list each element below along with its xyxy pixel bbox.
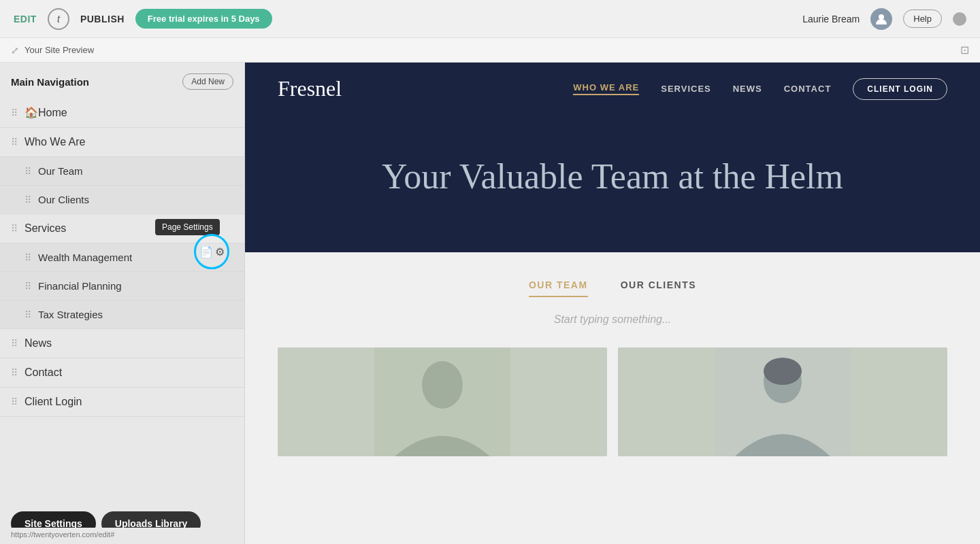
website-nav-services[interactable]: SERVICES	[661, 84, 711, 94]
user-name: Laurie Bream	[802, 14, 860, 24]
sidebar-item-our-clients[interactable]: ⠿ Our Clients	[0, 186, 244, 214]
sidebar-item-financial-planning[interactable]: ⠿ Financial Planning	[0, 272, 244, 301]
gear-icon: ⚙	[215, 245, 225, 258]
sidebar-item-contact[interactable]: ⠿ Contact	[0, 358, 244, 388]
sidebar-header: Main Navigation Add New	[0, 73, 244, 98]
page-settings-circle[interactable]: 📄 ⚙	[194, 234, 229, 269]
top-bar: EDIT t PUBLISH Free trial expires in 5 D…	[0, 0, 980, 38]
nav-item-who-we-are-label: Who We Are	[24, 136, 86, 148]
website-nav-contact[interactable]: CONTACT	[784, 84, 832, 94]
sidebar-item-news[interactable]: ⠿ News	[0, 329, 244, 358]
client-login-button[interactable]: CLIENT LOGIN	[853, 78, 947, 100]
expand-icon[interactable]: ⊡	[960, 44, 969, 56]
top-bar-right: Laurie Bream Help	[802, 8, 966, 30]
hero-section: Your Valuable Team at the Helm	[245, 115, 980, 252]
add-new-button[interactable]: Add New	[182, 73, 233, 90]
sidebar-item-home[interactable]: ⠿ 🏠 Home	[0, 98, 244, 128]
sidebar-item-client-login[interactable]: ⠿ Client Login	[0, 388, 244, 417]
drag-handle-icon: ⠿	[11, 338, 18, 349]
svg-point-5	[764, 358, 802, 385]
nav-item-financial-label: Financial Planning	[38, 280, 122, 292]
content-placeholder: Start typing something...	[278, 313, 947, 326]
photo-grid	[278, 347, 947, 456]
nav-item-services-label: Services	[24, 222, 66, 235]
drag-handle-icon: ⠿	[24, 309, 31, 320]
drag-handle-icon: ⠿	[24, 194, 31, 205]
sidebar-item-our-team[interactable]: ⠿ Our Team	[0, 157, 244, 186]
nav-item-tax-label: Tax Strategies	[38, 309, 103, 320]
main-layout: Main Navigation Add New ⠿ 🏠 Home ⠿ Who W…	[0, 63, 980, 544]
preview-label: Your Site Preview	[24, 45, 94, 55]
drag-handle-icon: ⠿	[24, 166, 31, 177]
sidebar-item-who-we-are[interactable]: ⠿ Who We Are	[0, 128, 244, 157]
page-icon: 📄	[199, 245, 213, 258]
hero-title: Your Valuable Team at the Helm	[278, 156, 947, 198]
drag-handle-icon: ⠿	[24, 252, 31, 263]
trial-badge[interactable]: Free trial expires in 5 Days	[135, 9, 272, 29]
publish-button[interactable]: PUBLISH	[80, 14, 125, 24]
website-logo: Fresnel	[278, 76, 342, 101]
drag-handle-icon: ⠿	[11, 137, 18, 148]
dot-icon[interactable]	[953, 12, 966, 26]
content-tabs: OUR TEAM OUR CLIENTS	[278, 279, 947, 297]
website-nav: WHO WE ARE SERVICES NEWS CONTACT CLIENT …	[573, 78, 947, 100]
top-bar-left: EDIT t PUBLISH Free trial expires in 5 D…	[14, 8, 272, 30]
nav-item-contact-label: Contact	[24, 367, 62, 379]
nav-item-label: 🏠	[24, 106, 38, 119]
photo-card-2	[618, 347, 947, 456]
svg-point-0	[879, 14, 884, 20]
nav-item-our-team-label: Our Team	[38, 165, 83, 177]
nav-item-home-label: Home	[38, 107, 67, 119]
drag-handle-icon: ⠿	[11, 223, 18, 234]
website-nav-who-we-are[interactable]: WHO WE ARE	[573, 82, 639, 95]
content-section: OUR TEAM OUR CLIENTS Start typing someth…	[245, 252, 980, 483]
settings-icons: 📄 ⚙	[199, 245, 225, 258]
drag-handle-icon: ⠿	[11, 107, 18, 118]
drag-handle-icon: ⠿	[24, 281, 31, 292]
user-avatar[interactable]	[870, 8, 892, 30]
logo-circle[interactable]: t	[48, 8, 69, 30]
nav-item-our-clients-label: Our Clients	[38, 194, 89, 205]
nav-item-wealth-label: Wealth Management	[38, 252, 132, 263]
tab-our-team[interactable]: OUR TEAM	[529, 279, 588, 297]
preview-bar: ⤢ Your Site Preview ⊡	[0, 38, 980, 63]
sidebar-item-tax-strategies[interactable]: ⠿ Tax Strategies	[0, 301, 244, 329]
edit-button[interactable]: EDIT	[14, 14, 37, 24]
help-button[interactable]: Help	[903, 10, 942, 28]
drag-handle-icon: ⠿	[11, 367, 18, 378]
sidebar-title: Main Navigation	[11, 76, 89, 88]
website-header: Fresnel WHO WE ARE SERVICES NEWS CONTACT…	[245, 63, 980, 115]
website-nav-news[interactable]: NEWS	[733, 84, 762, 94]
nav-item-news-label: News	[24, 337, 52, 350]
nav-item-client-login-label: Client Login	[24, 396, 82, 408]
url-bar: https://twentyoverten.com/edit#	[0, 528, 245, 544]
page-settings-tooltip: Page Settings	[155, 219, 220, 235]
tab-our-clients[interactable]: OUR CLIENTS	[621, 279, 696, 297]
photo-card-1	[278, 347, 607, 456]
svg-point-2	[422, 361, 463, 409]
site-preview: Fresnel WHO WE ARE SERVICES NEWS CONTACT…	[245, 63, 980, 544]
drag-handle-icon: ⠿	[11, 396, 18, 407]
sidebar: Main Navigation Add New ⠿ 🏠 Home ⠿ Who W…	[0, 63, 245, 544]
preview-arrows-icon: ⤢	[11, 45, 19, 56]
